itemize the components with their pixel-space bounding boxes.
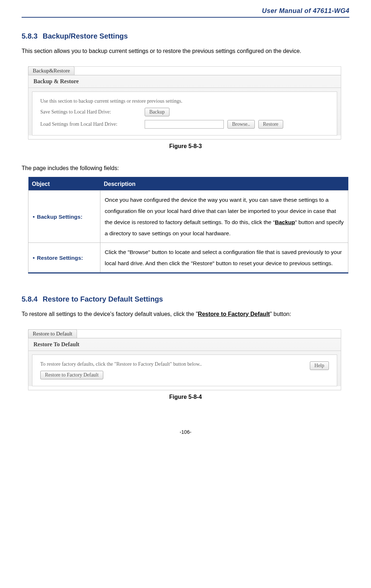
section-583-intro: This section allows you to backup curren… [22, 47, 349, 55]
table-row: •Restore Settings: Click the "Browse" bu… [28, 243, 348, 273]
fields-intro: The page includes the following fields: [22, 164, 349, 173]
load-settings-path-input[interactable] [145, 120, 224, 129]
section-584-heading: 5.8.4Restore to Factory Default Settings [22, 295, 349, 303]
save-settings-label: Save Settings to Local Hard Drive: [40, 109, 141, 115]
row0-desc: Once you have configured the device the … [100, 191, 348, 243]
table-row: •Backup Settings: Once you have configur… [28, 191, 348, 243]
page-number: -106- [22, 429, 349, 435]
panel2-tab[interactable]: Restore to Default [28, 329, 77, 338]
row1-desc: Click the "Browse" button to locate and … [100, 243, 348, 273]
figure-584-caption: Figure 5-8-4 [22, 394, 349, 400]
section-584-number: 5.8.4 [22, 295, 37, 303]
row1-object: Restore Settings: [37, 255, 83, 261]
restore-default-panel: Restore to Default Restore To Default He… [28, 329, 341, 390]
section-584-title: Restore to Factory Default Settings [42, 295, 163, 303]
browse-button[interactable]: Browse.. [227, 120, 255, 129]
backup-button[interactable]: Backup [145, 108, 169, 116]
load-settings-label: Load Settings from Local Hard Drive: [40, 121, 141, 127]
panel1-tab[interactable]: Backup&Restore [28, 66, 74, 75]
panel1-title: Backup & Restore [28, 75, 341, 88]
section-583-number: 5.8.3 [22, 32, 37, 40]
help-button[interactable]: Help [310, 361, 329, 370]
figure-583-caption: Figure 5-8-3 [22, 143, 349, 150]
panel2-desc: To restore factory defaults, click the "… [40, 361, 329, 367]
th-description: Description [100, 178, 348, 191]
backup-restore-panel: Backup&Restore Backup & Restore Use this… [28, 66, 341, 139]
th-object: Object [28, 178, 100, 191]
section-583-title: Backup/Restore Settings [42, 32, 128, 40]
section-584-intro: To restore all settings to the device's … [22, 310, 349, 318]
fields-table: Object Description •Backup Settings: Onc… [28, 177, 348, 273]
panel2-title: Restore To Default [28, 338, 341, 351]
row0-object: Backup Settings: [37, 214, 82, 220]
restore-factory-default-button[interactable]: Restore to Factory Default [40, 371, 103, 379]
section-583-heading: 5.8.3Backup/Restore Settings [22, 32, 349, 40]
restore-button[interactable]: Restore [258, 120, 283, 129]
panel1-desc: Use this section to backup current setti… [40, 98, 329, 104]
manual-header: User Manual of 47611-WG4 [22, 7, 349, 18]
